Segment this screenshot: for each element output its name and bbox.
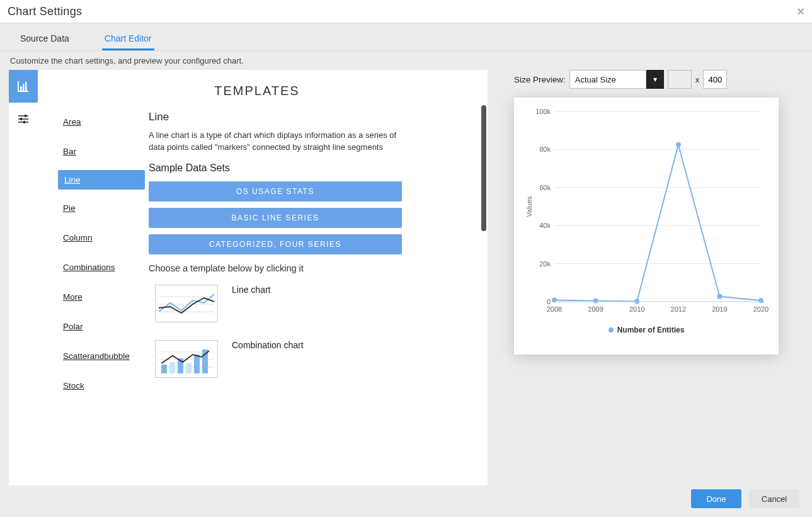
svg-rect-16 [169,362,175,373]
dialog-title: Chart Settings [8,5,82,18]
category-more[interactable]: More [58,286,88,308]
svg-rect-7 [20,118,22,120]
svg-text:20k: 20k [539,260,551,268]
category-bar[interactable]: Bar [58,140,81,162]
svg-point-41 [593,298,598,304]
category-column[interactable]: Column [58,227,98,249]
svg-point-42 [634,298,639,304]
svg-text:0: 0 [547,298,551,305]
icon-rail [9,70,38,486]
size-preview-label: Size Preview: [514,75,566,84]
svg-text:2019: 2019 [712,305,727,313]
svg-rect-18 [186,363,192,373]
svg-rect-6 [25,115,26,117]
cancel-button[interactable]: Cancel [749,489,799,508]
category-pie[interactable]: Pie [58,197,81,219]
close-icon[interactable]: × [797,4,804,19]
template-thumb-combination[interactable]: Combination chart [149,340,470,378]
width-input[interactable] [668,70,692,89]
rail-templates-button[interactable] [9,70,38,103]
svg-point-43 [676,142,681,147]
detail-description: A line chart is a type of chart which di… [149,130,401,154]
category-list: Area Bar Line Pie Column Combinations Mo… [38,111,149,404]
svg-text:100k: 100k [535,108,551,115]
templates-panel: TEMPLATES Area Bar Line Pie Column Combi… [9,70,488,486]
svg-text:2008: 2008 [547,305,562,313]
dialog-footer: Done Cancel [691,489,799,508]
svg-text:40k: 40k [539,222,551,229]
preview-panel: Size Preview: Actual Size ▾ x 020k40k60k… [514,70,791,486]
svg-point-44 [717,294,722,299]
legend-text: Number of Entities [617,326,685,334]
thumb-label-line: Line chart [232,285,270,295]
template-detail: Line A line chart is a type of chart whi… [149,111,476,404]
dimension-x: x [695,75,700,84]
height-input[interactable] [703,70,727,89]
dialog-header: Chart Settings × [0,0,812,23]
dataset-basic-line[interactable]: BASIC LINE SERIES [149,208,402,228]
tab-source-data[interactable]: Source Data [18,27,72,50]
size-preview-select[interactable]: Actual Size [569,70,646,89]
legend-marker-icon [609,327,614,332]
chart-preview: 020k40k60k80k100kValues20082009201020122… [523,106,770,321]
tab-bar: Source Data Chart Editor [0,23,812,51]
svg-text:60k: 60k [539,184,551,191]
size-preview-row: Size Preview: Actual Size ▾ x [514,70,791,89]
detail-title: Line [149,111,470,123]
svg-point-45 [758,298,763,303]
svg-rect-1 [23,84,25,91]
dataset-os-usage[interactable]: OS USAGE STATS [149,181,402,202]
svg-text:Values: Values [525,196,533,217]
size-preview-select-value: Actual Size [575,75,616,84]
bar-chart-icon [17,80,30,93]
combination-chart-thumb-icon [155,340,218,378]
rail-advanced-button[interactable] [9,103,38,135]
choose-template-label: Choose a template below by clicking it [149,263,470,273]
svg-rect-2 [25,82,27,91]
line-chart-thumb-icon [155,285,218,322]
svg-text:80k: 80k [539,145,551,153]
sliders-icon [17,113,30,125]
category-scatterandbubble[interactable]: Scatterandbubble [58,345,135,367]
category-area[interactable]: Area [58,111,86,133]
svg-rect-15 [161,365,167,373]
chart-preview-card: 020k40k60k80k100kValues20082009201020122… [514,98,779,355]
thumb-label-combination: Combination chart [232,340,304,350]
done-button[interactable]: Done [691,489,741,508]
tab-chart-editor[interactable]: Chart Editor [102,27,154,50]
chevron-down-icon: ▾ [653,75,657,84]
category-polar[interactable]: Polar [58,315,88,338]
dataset-categorized-four[interactable]: CATEGORIZED, FOUR SERIES [149,234,402,254]
svg-rect-0 [20,86,22,91]
subheading: Customize the chart settings, and previe… [0,51,812,70]
category-stock[interactable]: Stock [58,375,89,397]
datasets-label: Sample Data Sets [149,162,470,174]
templates-heading: TEMPLATES [38,84,476,98]
svg-rect-19 [194,355,200,373]
chart-legend: Number of Entities [523,326,770,334]
templates-scrollbar[interactable] [481,105,486,231]
template-thumb-line[interactable]: Line chart [149,285,470,322]
svg-text:2010: 2010 [629,305,644,313]
svg-rect-8 [23,121,25,123]
size-preview-dropdown-button[interactable]: ▾ [646,70,664,89]
category-line[interactable]: Line [58,170,145,190]
category-combinations[interactable]: Combinations [58,256,120,278]
svg-text:2009: 2009 [588,305,603,313]
svg-text:2020: 2020 [753,305,769,313]
svg-text:2012: 2012 [671,305,686,313]
